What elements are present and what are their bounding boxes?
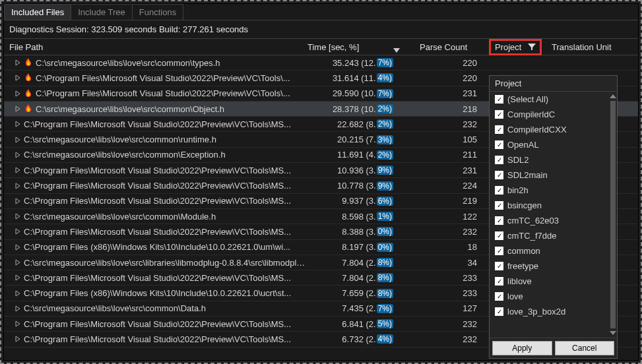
flame-icon	[24, 58, 33, 67]
filter-cancel-button[interactable]: Cancel	[555, 341, 615, 355]
expand-icon[interactable]	[15, 228, 21, 235]
checkbox-icon[interactable]: ✓	[495, 156, 503, 164]
time-value: 31.614 (11.	[333, 73, 376, 83]
scroll-down-icon[interactable]	[610, 331, 616, 335]
column-header-parse[interactable]: Parse Count	[420, 42, 489, 52]
expand-icon[interactable]	[15, 336, 21, 342]
expand-icon[interactable]	[15, 320, 21, 327]
filter-item-label: freetype	[507, 261, 538, 271]
checkbox-icon[interactable]: ✓	[495, 307, 503, 316]
filter-item-label: CompilerIdC	[507, 109, 555, 119]
filter-item[interactable]: ✓love	[490, 289, 617, 304]
expand-icon[interactable]	[15, 106, 21, 112]
checkbox-icon[interactable]: ✓	[495, 247, 503, 255]
filter-item-label: (Select All)	[507, 94, 548, 104]
filter-item[interactable]: ✓(Select All)	[490, 92, 617, 107]
expand-icon[interactable]	[15, 183, 21, 189]
expand-icon[interactable]	[15, 59, 21, 66]
checkbox-icon[interactable]: ✓	[495, 110, 503, 119]
time-percent-badge: 7%)	[377, 304, 393, 313]
file-path: C:\Program Files\Microsoft Visual Studio…	[36, 73, 290, 83]
parse-count: 232	[420, 227, 489, 237]
checkbox-icon[interactable]: ✓	[495, 231, 503, 240]
filter-item[interactable]: ✓CompilerIdCXX	[490, 122, 617, 137]
filter-item[interactable]: ✓cmTC_62e03	[490, 213, 617, 228]
svg-marker-2	[16, 60, 20, 65]
checkbox-icon[interactable]: ✓	[495, 201, 503, 210]
expand-icon[interactable]	[15, 198, 21, 204]
filter-popup-title: Project	[490, 76, 617, 92]
expand-icon[interactable]	[15, 75, 21, 81]
filter-item-label: liblove	[507, 276, 532, 286]
tabs-bar: Included Files Include Tree Functions	[4, 4, 638, 20]
expand-icon[interactable]	[15, 152, 21, 158]
scroll-up-icon[interactable]	[610, 94, 616, 98]
time-value: 8.197 (3.	[342, 242, 375, 252]
time-value: 20.215 (7.	[337, 135, 376, 144]
filter-item[interactable]: ✓SDL2main	[490, 167, 617, 183]
expand-icon[interactable]	[15, 121, 21, 127]
svg-marker-1	[528, 44, 536, 50]
file-path: C:\src\megasource\libs\love\src\common\M…	[24, 212, 216, 222]
expand-icon[interactable]	[15, 305, 21, 312]
checkbox-icon[interactable]: ✓	[495, 125, 503, 134]
filter-item[interactable]: ✓liblove	[490, 274, 617, 289]
tab-included-files[interactable]: Included Files	[4, 4, 71, 20]
filter-item-label: bsincgen	[507, 200, 542, 210]
checkbox-icon[interactable]: ✓	[495, 186, 503, 195]
svg-marker-16	[16, 275, 20, 280]
checkbox-icon[interactable]: ✓	[495, 171, 503, 179]
sort-descending-icon	[393, 47, 400, 53]
filter-apply-button[interactable]: Apply	[492, 341, 552, 355]
table-row[interactable]: C:\src\megasource\libs\love\src\common\t…	[4, 55, 638, 71]
expand-icon[interactable]	[15, 90, 21, 97]
svg-marker-13	[16, 229, 20, 234]
time-percent-badge: 7%)	[377, 89, 393, 98]
filter-item[interactable]: ✓cmTC_f7dde	[490, 228, 617, 243]
file-path: C:\Program Files\Microsoft Visual Studio…	[24, 334, 291, 344]
column-header-project[interactable]: Project	[489, 39, 552, 55]
expand-icon[interactable]	[15, 136, 21, 143]
time-value: 9.937 (3.	[342, 196, 375, 206]
expand-icon[interactable]	[15, 274, 21, 281]
filter-item[interactable]: ✓CompilerIdC	[490, 107, 617, 122]
tab-functions[interactable]: Functions	[132, 4, 183, 20]
filter-item[interactable]: ✓freetype	[490, 258, 617, 274]
filter-item[interactable]: ✓bin2h	[490, 183, 617, 198]
filter-icon[interactable]	[528, 43, 536, 51]
expand-icon[interactable]	[15, 244, 21, 251]
checkbox-icon[interactable]: ✓	[495, 140, 503, 149]
file-path: C:\Program Files\Microsoft Visual Studio…	[24, 227, 291, 237]
column-header-file[interactable]: File Path	[4, 42, 307, 52]
filter-scrollbar[interactable]	[609, 94, 617, 335]
checkbox-icon[interactable]: ✓	[495, 292, 503, 301]
file-path: C:\Program Files (x86)\Windows Kits\10\I…	[24, 288, 291, 298]
checkbox-icon[interactable]: ✓	[495, 216, 503, 225]
filter-item[interactable]: ✓bsincgen	[490, 198, 617, 213]
time-value: 8.598 (3.	[342, 212, 375, 222]
tab-include-tree[interactable]: Include Tree	[71, 4, 133, 20]
filter-item[interactable]: ✓SDL2	[490, 152, 617, 167]
time-value: 10.778 (3.	[337, 181, 376, 191]
filter-item-label: common	[507, 246, 540, 256]
parse-count: 232	[420, 334, 489, 344]
column-header-tu[interactable]: Translation Unit	[552, 42, 638, 52]
expand-icon[interactable]	[15, 213, 21, 220]
scroll-thumb[interactable]	[610, 101, 616, 328]
column-header-time[interactable]: Time [sec, %]	[307, 42, 420, 52]
filter-item[interactable]: ✓common	[490, 243, 617, 258]
filter-item[interactable]: ✓love_3p_box2d	[490, 304, 617, 319]
svg-marker-17	[16, 291, 20, 296]
checkbox-icon[interactable]: ✓	[495, 95, 503, 104]
time-value: 7.659 (2.	[342, 288, 375, 298]
filter-item[interactable]: ✓OpenAL	[490, 137, 617, 152]
expand-icon[interactable]	[15, 290, 21, 297]
expand-icon[interactable]	[15, 167, 21, 173]
file-path: C:\Program Files\Microsoft Visual Studio…	[24, 166, 291, 175]
expand-icon[interactable]	[15, 259, 21, 266]
checkbox-icon[interactable]: ✓	[495, 277, 503, 286]
checkbox-icon[interactable]: ✓	[495, 262, 503, 270]
parse-count: 233	[420, 288, 489, 298]
time-percent-badge: 0%)	[377, 243, 393, 252]
time-percent-badge: 8%)	[377, 273, 393, 282]
